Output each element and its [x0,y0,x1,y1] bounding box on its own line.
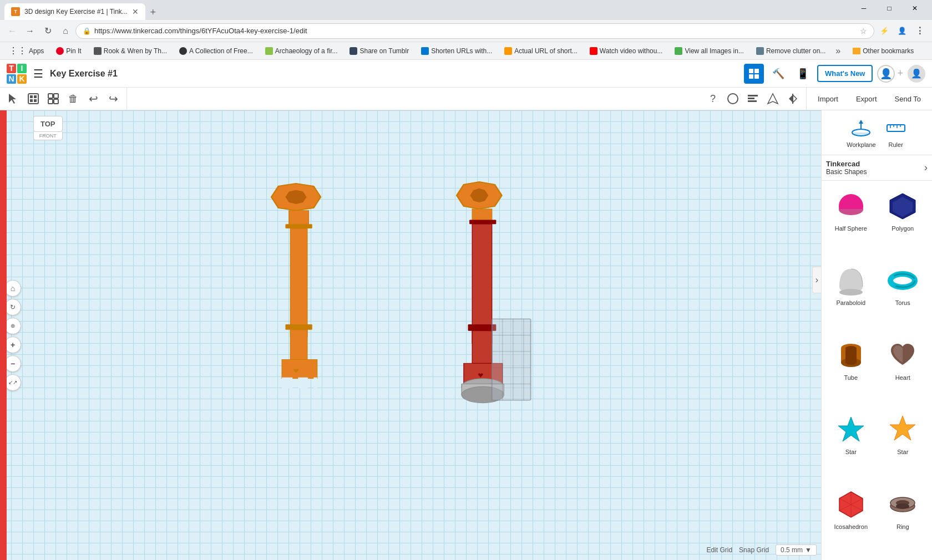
active-tab[interactable]: T 3D design Key Exercise #1 | Tink... ✕ [4,3,145,20]
new-tab-button[interactable]: + [145,4,161,20]
back-button[interactable]: ← [4,23,20,39]
svg-point-88 [896,503,909,509]
svg-rect-0 [749,69,753,73]
mirror-btn[interactable] [784,90,802,108]
bookmarks-more-btn[interactable]: » [833,45,843,57]
bookmark-watch[interactable]: Watch video withou... [585,46,667,56]
orbit-btn[interactable]: ⊕ [4,318,21,334]
address-bar[interactable]: 🔒 https://www.tinkercad.com/things/6tYFA… [75,23,874,39]
fit-view-btn[interactable]: ↙↗ [4,374,21,391]
shape-heart[interactable]: Heart [878,334,928,406]
shape-torus[interactable]: Torus [878,259,928,332]
user-add-btn[interactable]: 👤 + [877,65,903,83]
red-edge [0,110,7,560]
star-cyan-label: Star [845,449,857,455]
tab-close-btn[interactable]: ✕ [132,7,139,16]
device-view-btn[interactable]: 📱 [793,64,813,84]
minimize-button[interactable]: ─ [851,0,877,17]
import-button[interactable]: Import [809,91,847,106]
canvas-area[interactable]: TOP FRONT ⌂ ↻ ⊕ + − ↙↗ [0,110,821,560]
right-panel: Workplane Ruler [821,110,932,560]
top-view-box[interactable]: TOP [33,116,63,132]
tab-favicon: T [11,7,20,16]
tinkercad-logo[interactable]: T I N K [7,64,27,84]
workspace-container: TOP FRONT ⌂ ↻ ⊕ + − ↙↗ [0,110,932,560]
bookmark-view-images[interactable]: View all Images in... [670,46,748,56]
app-header: T I N K ☰ Key Exercise #1 🔨 📱 What's New [0,60,932,88]
bookmark-rook[interactable]: Rook & Wren by Th... [89,46,171,56]
align-btn[interactable] [744,90,762,108]
shape-paraboloid[interactable]: Paraboloid [826,259,876,332]
menu-btn[interactable]: ⋮ [912,23,928,39]
svg-rect-59 [852,133,870,135]
redo-btn[interactable]: ↪ [104,90,122,108]
rotate-view-btn[interactable]: ↻ [4,299,21,315]
logo-t: T [7,64,16,73]
zoom-out-btn[interactable]: − [4,355,21,372]
svg-marker-79 [838,417,864,441]
bookmark-apps[interactable]: ⋮⋮ Apps [4,44,48,57]
user-avatar[interactable]: 👤 [908,65,925,83]
svg-marker-18 [768,94,778,104]
select-tool-btn[interactable] [4,90,22,108]
snap-dropdown-icon: ▼ [805,546,812,554]
svg-rect-15 [748,95,758,96]
shapes-category-dropdown[interactable]: Tinkercad Basic Shapes › [826,160,928,176]
shape-btn[interactable] [724,90,742,108]
profile-btn[interactable]: 👤 [894,23,910,39]
bookmark-remove-clutter[interactable]: Remove clutter on... [752,46,830,56]
workplane-label: Workplane [847,141,875,148]
bookmark-actual-url[interactable]: Actual URL of short... [500,46,582,56]
shape-star-yellow[interactable]: Star [878,409,928,481]
half-sphere-icon [834,190,868,223]
workplane-tool[interactable]: Workplane [844,115,878,150]
send-to-button[interactable]: Send To [886,91,930,106]
bookmark-tumblr[interactable]: Share on Tumblr [345,46,413,56]
reload-button[interactable]: ↻ [40,23,55,39]
help-btn[interactable]: ? [704,90,722,108]
bookmark-apps-label: Apps [29,47,44,55]
panel-collapse-btn[interactable]: › [812,267,821,293]
shape-ring[interactable]: Ring [878,483,928,556]
flip-btn[interactable] [764,90,782,108]
shape-star-cyan[interactable]: Star [826,409,876,481]
forward-button[interactable]: → [22,23,38,39]
tab-title: 3D design Key Exercise #1 | Tink... [24,8,128,16]
ungroup-btn[interactable] [44,90,62,108]
shape-icosahedron[interactable]: Icosahedron [826,483,876,556]
svg-rect-60 [887,125,905,131]
undo-btn[interactable]: ↩ [84,90,102,108]
maximize-button[interactable]: □ [877,0,902,17]
app-container: T I N K ☰ Key Exercise #1 🔨 📱 What's New [0,60,932,560]
grid-view-btn[interactable] [744,64,764,84]
shape-half-sphere[interactable]: Half Sphere [826,185,876,257]
star-icon[interactable]: ☆ [860,27,867,35]
hammer-view-btn[interactable]: 🔨 [768,64,788,84]
bookmark-collection[interactable]: A Collection of Free... [175,46,257,56]
logo-k: K [17,74,27,84]
bookmark-pinit[interactable]: Pin It [52,46,85,56]
svg-rect-6 [30,95,33,98]
edit-grid-label[interactable]: Edit Grid [706,546,732,554]
polygon-icon [886,190,919,223]
zoom-in-btn[interactable]: + [4,337,21,353]
svg-rect-2 [749,74,753,79]
ruler-tool[interactable]: Ruler [883,115,909,150]
export-button[interactable]: Export [847,91,886,106]
bookmark-archaeology[interactable]: Archaeology of a fir... [261,46,342,56]
svg-rect-9 [34,99,37,102]
home-button[interactable]: ⌂ [58,23,73,39]
snap-grid-selector[interactable]: 0.5 mm ▼ [776,544,817,556]
shape-tube[interactable]: Tube [826,334,876,406]
group-btn[interactable] [24,90,42,108]
bookmark-shorten[interactable]: Shorten URLs with... [417,46,497,56]
whats-new-button[interactable]: What's New [817,65,873,82]
extensions-btn[interactable]: ⚡ [877,23,892,39]
tube-label: Tube [844,374,858,381]
close-button[interactable]: ✕ [902,0,928,17]
delete-btn[interactable]: 🗑 [64,90,82,108]
home-view-btn[interactable]: ⌂ [4,280,21,297]
menu-hamburger-btn[interactable]: ☰ [33,67,43,80]
bookmark-other[interactable]: Other bookmarks [848,46,918,56]
shape-polygon[interactable]: Polygon [878,185,928,257]
